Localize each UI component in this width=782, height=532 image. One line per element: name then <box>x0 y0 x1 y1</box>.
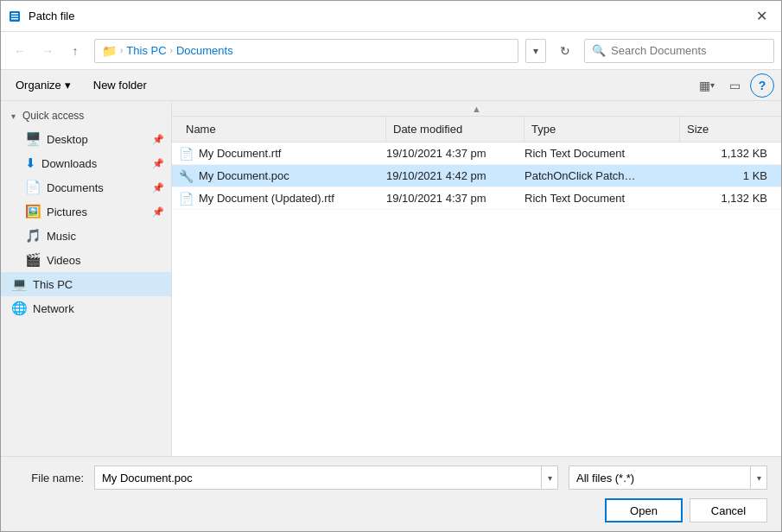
col-header-date[interactable]: Date modified <box>386 117 525 142</box>
crumb-documents[interactable]: Documents <box>176 44 233 57</box>
svg-rect-3 <box>11 18 18 20</box>
sidebar-item-music[interactable]: 🎵 Music <box>1 224 171 248</box>
table-row[interactable]: 🔧 My Document.poc 19/10/2021 4:42 pm Pat… <box>172 165 781 187</box>
back-button[interactable]: ← <box>8 39 32 63</box>
up-button[interactable]: ↑ <box>63 39 87 63</box>
sidebar-item-label: This PC <box>33 278 73 291</box>
column-headers: Name Date modified Type Size <box>172 117 781 142</box>
desktop-icon: 🖥️ <box>25 131 41 147</box>
filename-input[interactable] <box>94 466 541 490</box>
toolbar-right: ▦ ▾ ▭ ? <box>695 73 774 98</box>
sidebar-item-label: Network <box>33 302 74 315</box>
file-type-cell: Rich Text Document <box>525 147 680 160</box>
file-list: 📄 My Document.rtf 19/10/2021 4:37 pm Ric… <box>172 142 781 456</box>
sidebar-item-label: Desktop <box>47 133 88 146</box>
address-bar[interactable]: 📁 › This PC › Documents <box>94 39 518 63</box>
collapse-row[interactable]: ▲ <box>172 101 781 117</box>
main-content: ▾ Quick access 🖥️ Desktop 📌 ⬇ Downloads … <box>1 101 781 456</box>
organize-dropdown-icon: ▾ <box>65 79 71 92</box>
network-icon: 🌐 <box>11 301 28 316</box>
svg-rect-2 <box>11 13 18 15</box>
file-icon: 🔧 <box>179 169 194 183</box>
new-folder-button[interactable]: New folder <box>86 74 155 96</box>
file-icon: 📄 <box>179 192 194 206</box>
sidebar-item-label: Documents <box>47 181 104 194</box>
organize-label: Organize <box>16 79 61 92</box>
file-size-cell: 1 KB <box>680 169 774 182</box>
sidebar-item-this-pc[interactable]: 💻 This PC <box>1 272 171 296</box>
file-name: My Document (Updated).rtf <box>199 192 334 205</box>
quick-access-arrow: ▾ <box>11 111 16 121</box>
file-list-area: ▲ Name Date modified Type Size 📄 My Docu… <box>172 101 781 456</box>
cancel-button[interactable]: Cancel <box>690 498 767 522</box>
sidebar-item-pictures[interactable]: 🖼️ Pictures 📌 <box>1 200 171 224</box>
music-icon: 🎵 <box>25 228 41 244</box>
refresh-button[interactable]: ↻ <box>553 39 577 63</box>
command-toolbar: Organize ▾ New folder ▦ ▾ ▭ ? <box>1 70 781 101</box>
title-text: Patch file <box>29 10 748 22</box>
file-name: My Document.poc <box>199 169 289 182</box>
view-button[interactable]: ▦ ▾ <box>695 73 719 98</box>
table-row[interactable]: 📄 My Document (Updated).rtf 19/10/2021 4… <box>172 187 781 210</box>
pin-icon: 📌 <box>152 182 164 193</box>
sidebar-item-videos[interactable]: 🎬 Videos <box>1 248 171 272</box>
title-bar: Patch file ✕ <box>1 1 781 32</box>
quick-access-label: Quick access <box>22 110 84 122</box>
search-input[interactable] <box>611 44 766 57</box>
organize-button[interactable]: Organize ▾ <box>8 74 79 96</box>
forward-button[interactable]: → <box>35 39 60 63</box>
address-dropdown-button[interactable]: ▾ <box>525 39 546 63</box>
search-bar: 🔍 <box>584 39 774 63</box>
file-name: My Document.rtf <box>199 147 281 160</box>
bottom-bar: File name: ▾ All files (*.*) ▾ Open Canc… <box>1 456 781 531</box>
sidebar-item-desktop[interactable]: 🖥️ Desktop 📌 <box>1 127 171 151</box>
svg-rect-1 <box>11 16 18 17</box>
pictures-icon: 🖼️ <box>25 204 41 219</box>
file-name-cell: 🔧 My Document.poc <box>179 169 386 183</box>
file-icon: 📄 <box>179 147 194 161</box>
this-pc-icon: 💻 <box>11 276 28 292</box>
pin-icon: 📌 <box>152 134 164 145</box>
filename-row: File name: ▾ All files (*.*) ▾ <box>15 466 767 490</box>
file-type-cell: Rich Text Document <box>525 192 680 205</box>
open-button[interactable]: Open <box>605 498 683 522</box>
table-row[interactable]: 📄 My Document.rtf 19/10/2021 4:37 pm Ric… <box>172 142 781 165</box>
crumb-this-pc[interactable]: This PC <box>126 44 166 57</box>
col-header-size[interactable]: Size <box>680 117 749 142</box>
file-name-cell: 📄 My Document.rtf <box>179 147 386 161</box>
file-name-cell: 📄 My Document (Updated).rtf <box>179 192 386 206</box>
documents-icon: 📄 <box>25 180 41 195</box>
pin-icon: 📌 <box>152 206 164 218</box>
file-size-cell: 1,132 KB <box>680 192 774 205</box>
sidebar-item-label: Downloads <box>41 157 97 170</box>
file-type-cell: PatchOnClick Patch… <box>525 169 680 182</box>
pane-icon: ▭ <box>729 79 741 92</box>
view-icon: ▦ <box>699 79 710 92</box>
filename-label: File name: <box>15 472 84 484</box>
filename-dropdown-button[interactable]: ▾ <box>541 466 558 490</box>
filename-input-wrap: ▾ <box>94 466 558 490</box>
quick-access-section[interactable]: ▾ Quick access <box>1 104 171 127</box>
folder-icon: 📁 <box>102 44 117 58</box>
app-icon <box>8 10 22 23</box>
help-button[interactable]: ? <box>750 73 774 98</box>
file-size-cell: 1,132 KB <box>680 147 774 160</box>
collapse-icon: ▲ <box>472 104 481 114</box>
sidebar-item-documents[interactable]: 📄 Documents 📌 <box>1 175 171 200</box>
col-header-name[interactable]: Name <box>179 117 386 142</box>
col-header-type[interactable]: Type <box>525 117 680 142</box>
preview-pane-button[interactable]: ▭ <box>722 73 747 98</box>
search-icon: 🔍 <box>592 44 606 57</box>
filetype-select[interactable]: All files (*.*) <box>569 466 750 490</box>
file-date-cell: 19/10/2021 4:37 pm <box>386 147 525 160</box>
close-button[interactable]: ✕ <box>748 3 774 29</box>
sidebar-item-downloads[interactable]: ⬇ Downloads 📌 <box>1 151 171 175</box>
pin-icon: 📌 <box>152 158 164 169</box>
filetype-dropdown-button[interactable]: ▾ <box>750 466 767 490</box>
sidebar-item-label: Pictures <box>47 206 87 218</box>
videos-icon: 🎬 <box>25 252 41 268</box>
sidebar-item-network[interactable]: 🌐 Network <box>1 296 171 320</box>
dialog-window: Patch file ✕ ← → ↑ 📁 › This PC › Documen… <box>0 0 782 532</box>
sidebar-item-label: Videos <box>47 254 81 267</box>
breadcrumb: 📁 › This PC › Documents <box>102 44 233 58</box>
